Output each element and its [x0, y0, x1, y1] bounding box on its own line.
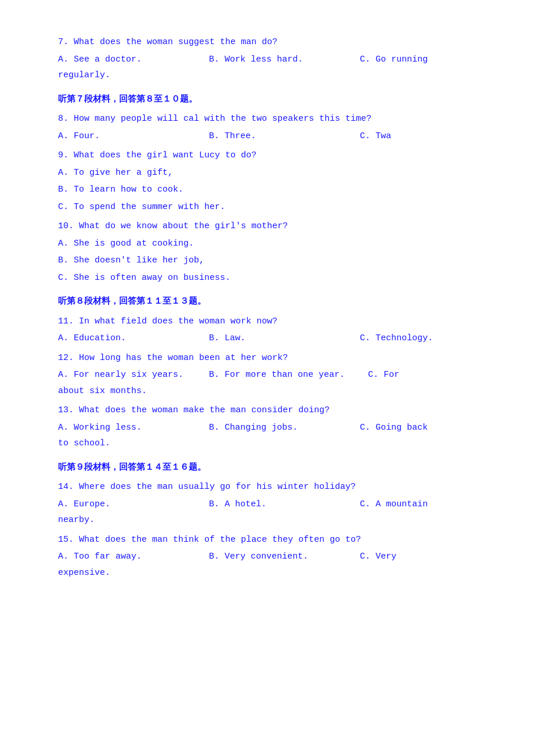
- option-overflow: nearby.: [58, 513, 476, 528]
- question-text: 15. What does the man think of the place…: [58, 532, 476, 548]
- options-row: A. Working less.B. Changing jobs.C. Goin…: [58, 420, 476, 435]
- option-item: B. To learn how to cook.: [58, 182, 476, 197]
- option-item: B. A hotel.: [209, 497, 337, 512]
- options-row: A. Education.B. Law.C. Technology.: [58, 331, 476, 346]
- option-item: B. Work less hard.: [209, 52, 337, 67]
- option-item: C. To spend the summer with her.: [58, 200, 476, 215]
- option-item: A. Too far away.: [58, 549, 186, 564]
- options-row: A. For nearly six years.B. For more than…: [58, 368, 476, 383]
- option-item: A. Europe.: [58, 497, 186, 512]
- option-item: B. She doesn't like her job,: [58, 253, 476, 268]
- question-text: 12. How long has the woman been at her w…: [58, 351, 476, 366]
- option-item: C. For: [368, 368, 476, 383]
- question-block: 9. What does the girl want Lucy to do?A.…: [58, 148, 476, 214]
- question-block: 10. What do we know about the girl's mot…: [58, 219, 476, 285]
- option-overflow: about six months.: [58, 384, 476, 399]
- option-item: C. Very: [360, 549, 476, 564]
- question-block: 12. How long has the woman been at her w…: [58, 351, 476, 399]
- option-item: A. See a doctor.: [58, 52, 186, 67]
- question-block: 8. How many people will cal with the two…: [58, 111, 476, 143]
- option-item: A. Education.: [58, 331, 186, 346]
- option-item: B. Law.: [209, 331, 337, 346]
- option-item: A. To give her a gift,: [58, 165, 476, 181]
- option-overflow: regularly.: [58, 68, 476, 83]
- option-item: C. Technology.: [360, 331, 476, 346]
- option-overflow: to school.: [58, 436, 476, 451]
- question-block: 15. What does the man think of the place…: [58, 532, 476, 581]
- section-header: 听第９段材料，回答第１４至１６题。: [58, 459, 476, 474]
- option-item: C. Go running: [360, 52, 476, 67]
- option-item: A. Four.: [58, 129, 186, 144]
- option-item: A. Working less.: [58, 420, 186, 435]
- option-item: B. Changing jobs.: [209, 420, 337, 435]
- question-block: 11. In what field does the woman work no…: [58, 314, 476, 346]
- question-text: 13. What does the woman make the man con…: [58, 403, 476, 418]
- option-item: B. For more than one year.: [209, 368, 345, 383]
- option-item: C. She is often away on business.: [58, 271, 476, 286]
- option-item: A. For nearly six years.: [58, 368, 186, 383]
- options-row: A. Too far away.B. Very convenient.C. Ve…: [58, 549, 476, 564]
- question-block: 13. What does the woman make the man con…: [58, 403, 476, 451]
- question-text: 14. Where does the man usually go for hi…: [58, 480, 476, 495]
- question-text: 7. What does the woman suggest the man d…: [58, 35, 476, 50]
- section-header: 听第７段材料，回答第８至１０题。: [58, 91, 476, 106]
- option-item: A. She is good at cooking.: [58, 236, 476, 251]
- question-text: 9. What does the girl want Lucy to do?: [58, 148, 476, 163]
- option-overflow: expensive.: [58, 566, 476, 581]
- option-item: B. Three.: [209, 129, 337, 144]
- question-text: 11. In what field does the woman work no…: [58, 314, 476, 329]
- option-item: C. A mountain: [360, 497, 476, 512]
- main-content: 7. What does the woman suggest the man d…: [58, 35, 476, 580]
- question-block: 7. What does the woman suggest the man d…: [58, 35, 476, 83]
- question-block: 14. Where does the man usually go for hi…: [58, 480, 476, 528]
- option-item: B. Very convenient.: [209, 549, 337, 564]
- question-text: 10. What do we know about the girl's mot…: [58, 219, 476, 234]
- options-row: A. Europe.B. A hotel.C. A mountain: [58, 497, 476, 512]
- options-row: A. See a doctor.B. Work less hard.C. Go …: [58, 52, 476, 67]
- options-row: A. Four.B. Three.C. Twa: [58, 129, 476, 144]
- section-header: 听第８段材料，回答第１１至１３题。: [58, 293, 476, 308]
- question-text: 8. How many people will cal with the two…: [58, 111, 476, 127]
- option-item: C. Twa: [360, 129, 476, 144]
- option-item: C. Going back: [360, 420, 476, 435]
